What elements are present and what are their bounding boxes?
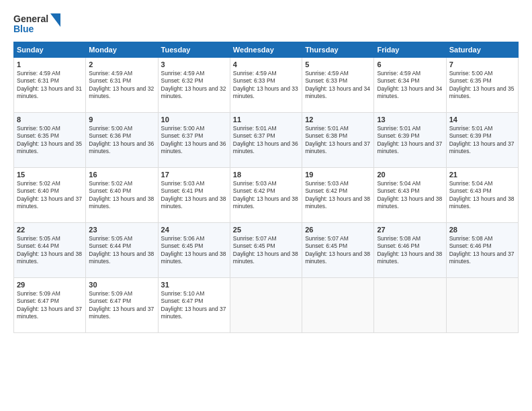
- calendar-cell: 13Sunrise: 5:01 AMSunset: 6:39 PMDayligh…: [374, 113, 446, 168]
- day-info: Sunrise: 4:59 AMSunset: 6:34 PMDaylight:…: [377, 70, 443, 101]
- day-info: Sunrise: 5:04 AMSunset: 6:43 PMDaylight:…: [377, 180, 443, 211]
- calendar-cell: 30Sunrise: 5:09 AMSunset: 6:47 PMDayligh…: [86, 278, 158, 333]
- calendar-cell: 29Sunrise: 5:09 AMSunset: 6:47 PMDayligh…: [14, 278, 86, 333]
- day-number: 23: [89, 226, 154, 234]
- day-info: Sunrise: 5:03 AMSunset: 6:41 PMDaylight:…: [161, 180, 227, 211]
- day-info: Sunrise: 5:01 AMSunset: 6:39 PMDaylight:…: [449, 125, 515, 156]
- calendar-cell: 4Sunrise: 4:59 AMSunset: 6:33 PMDaylight…: [230, 58, 302, 113]
- day-number: 12: [305, 116, 371, 124]
- calendar-cell: 25Sunrise: 5:07 AMSunset: 6:45 PMDayligh…: [230, 223, 302, 278]
- header-cell-tuesday: Tuesday: [158, 42, 230, 58]
- calendar-cell: 22Sunrise: 5:05 AMSunset: 6:44 PMDayligh…: [14, 223, 86, 278]
- logo-svg: GeneralBlue: [13, 12, 60, 36]
- day-info: Sunrise: 5:02 AMSunset: 6:40 PMDaylight:…: [17, 180, 83, 211]
- calendar-cell: 7Sunrise: 5:00 AMSunset: 6:35 PMDaylight…: [446, 58, 518, 113]
- header-cell-friday: Friday: [374, 42, 446, 58]
- day-info: Sunrise: 5:06 AMSunset: 6:45 PMDaylight:…: [161, 235, 227, 266]
- day-info: Sunrise: 5:00 AMSunset: 6:35 PMDaylight:…: [449, 70, 515, 101]
- calendar-cell: 26Sunrise: 5:07 AMSunset: 6:45 PMDayligh…: [302, 223, 374, 278]
- svg-text:Blue: Blue: [13, 24, 34, 34]
- calendar-cell: 19Sunrise: 5:03 AMSunset: 6:42 PMDayligh…: [302, 168, 374, 223]
- day-number: 25: [233, 226, 299, 234]
- week-row-2: 8Sunrise: 5:00 AMSunset: 6:35 PMDaylight…: [14, 113, 519, 168]
- day-info: Sunrise: 5:02 AMSunset: 6:40 PMDaylight:…: [89, 180, 154, 211]
- day-info: Sunrise: 5:00 AMSunset: 6:37 PMDaylight:…: [161, 125, 227, 156]
- calendar-cell: [302, 278, 374, 333]
- calendar-cell: 24Sunrise: 5:06 AMSunset: 6:45 PMDayligh…: [158, 223, 230, 278]
- calendar-cell: 28Sunrise: 5:08 AMSunset: 6:46 PMDayligh…: [446, 223, 518, 278]
- day-number: 10: [161, 116, 227, 124]
- day-info: Sunrise: 5:01 AMSunset: 6:37 PMDaylight:…: [233, 125, 299, 156]
- calendar-cell: 3Sunrise: 4:59 AMSunset: 6:32 PMDaylight…: [158, 58, 230, 113]
- day-number: 4: [233, 60, 299, 68]
- day-info: Sunrise: 4:59 AMSunset: 6:32 PMDaylight:…: [161, 70, 227, 101]
- day-info: Sunrise: 5:03 AMSunset: 6:42 PMDaylight:…: [233, 180, 299, 211]
- header-cell-sunday: Sunday: [14, 42, 86, 58]
- calendar-cell: 2Sunrise: 4:59 AMSunset: 6:31 PMDaylight…: [86, 58, 158, 113]
- svg-marker-2: [50, 13, 60, 27]
- day-info: Sunrise: 5:01 AMSunset: 6:38 PMDaylight:…: [305, 125, 371, 156]
- day-number: 16: [89, 171, 154, 179]
- week-row-3: 15Sunrise: 5:02 AMSunset: 6:40 PMDayligh…: [14, 168, 519, 223]
- day-info: Sunrise: 4:59 AMSunset: 6:31 PMDaylight:…: [17, 70, 83, 101]
- calendar-cell: 15Sunrise: 5:02 AMSunset: 6:40 PMDayligh…: [14, 168, 86, 223]
- day-info: Sunrise: 4:59 AMSunset: 6:31 PMDaylight:…: [89, 70, 154, 101]
- calendar-cell: 27Sunrise: 5:08 AMSunset: 6:46 PMDayligh…: [374, 223, 446, 278]
- day-number: 19: [305, 171, 371, 179]
- day-info: Sunrise: 5:03 AMSunset: 6:42 PMDaylight:…: [305, 180, 371, 211]
- week-row-5: 29Sunrise: 5:09 AMSunset: 6:47 PMDayligh…: [14, 278, 519, 333]
- day-info: Sunrise: 4:59 AMSunset: 6:33 PMDaylight:…: [233, 70, 299, 101]
- day-info: Sunrise: 5:00 AMSunset: 6:35 PMDaylight:…: [17, 125, 83, 156]
- header-cell-saturday: Saturday: [446, 42, 518, 58]
- day-number: 8: [17, 116, 83, 124]
- header-cell-wednesday: Wednesday: [230, 42, 302, 58]
- header-cell-thursday: Thursday: [302, 42, 374, 58]
- day-number: 1: [17, 60, 83, 68]
- calendar-cell: 12Sunrise: 5:01 AMSunset: 6:38 PMDayligh…: [302, 113, 374, 168]
- calendar-cell: 21Sunrise: 5:04 AMSunset: 6:43 PMDayligh…: [446, 168, 518, 223]
- calendar-cell: 16Sunrise: 5:02 AMSunset: 6:40 PMDayligh…: [86, 168, 158, 223]
- calendar-cell: 31Sunrise: 5:10 AMSunset: 6:47 PMDayligh…: [158, 278, 230, 333]
- day-number: 24: [161, 226, 227, 234]
- calendar-cell: 6Sunrise: 4:59 AMSunset: 6:34 PMDaylight…: [374, 58, 446, 113]
- day-info: Sunrise: 5:01 AMSunset: 6:39 PMDaylight:…: [377, 125, 443, 156]
- day-number: 14: [449, 116, 515, 124]
- day-info: Sunrise: 5:08 AMSunset: 6:46 PMDaylight:…: [449, 235, 515, 266]
- calendar-cell: [230, 278, 302, 333]
- day-info: Sunrise: 5:04 AMSunset: 6:43 PMDaylight:…: [449, 180, 515, 211]
- day-number: 27: [377, 226, 443, 234]
- calendar-cell: 10Sunrise: 5:00 AMSunset: 6:37 PMDayligh…: [158, 113, 230, 168]
- page: GeneralBlue SundayMondayTuesdayWednesday…: [0, 0, 532, 411]
- day-number: 20: [377, 171, 443, 179]
- day-info: Sunrise: 5:07 AMSunset: 6:45 PMDaylight:…: [233, 235, 299, 266]
- day-info: Sunrise: 5:05 AMSunset: 6:44 PMDaylight:…: [17, 235, 83, 266]
- calendar-header-row: SundayMondayTuesdayWednesdayThursdayFrid…: [14, 42, 519, 58]
- day-info: Sunrise: 4:59 AMSunset: 6:33 PMDaylight:…: [305, 70, 371, 101]
- week-row-4: 22Sunrise: 5:05 AMSunset: 6:44 PMDayligh…: [14, 223, 519, 278]
- day-info: Sunrise: 5:10 AMSunset: 6:47 PMDaylight:…: [161, 290, 227, 321]
- calendar-table: SundayMondayTuesdayWednesdayThursdayFrid…: [13, 42, 519, 333]
- day-number: 13: [377, 116, 443, 124]
- calendar-cell: [446, 278, 518, 333]
- calendar-cell: 11Sunrise: 5:01 AMSunset: 6:37 PMDayligh…: [230, 113, 302, 168]
- calendar-cell: 1Sunrise: 4:59 AMSunset: 6:31 PMDaylight…: [14, 58, 86, 113]
- day-number: 6: [377, 60, 443, 68]
- header: GeneralBlue: [13, 12, 519, 36]
- calendar-cell: 8Sunrise: 5:00 AMSunset: 6:35 PMDaylight…: [14, 113, 86, 168]
- day-number: 30: [89, 281, 154, 289]
- day-info: Sunrise: 5:08 AMSunset: 6:46 PMDaylight:…: [377, 235, 443, 266]
- calendar-cell: 23Sunrise: 5:05 AMSunset: 6:44 PMDayligh…: [86, 223, 158, 278]
- day-number: 15: [17, 171, 83, 179]
- day-number: 21: [449, 171, 515, 179]
- week-row-1: 1Sunrise: 4:59 AMSunset: 6:31 PMDaylight…: [14, 58, 519, 113]
- day-number: 18: [233, 171, 299, 179]
- calendar-cell: [374, 278, 446, 333]
- calendar-cell: 20Sunrise: 5:04 AMSunset: 6:43 PMDayligh…: [374, 168, 446, 223]
- day-number: 5: [305, 60, 371, 68]
- day-number: 3: [161, 60, 227, 68]
- calendar-cell: 9Sunrise: 5:00 AMSunset: 6:36 PMDaylight…: [86, 113, 158, 168]
- calendar-body: 1Sunrise: 4:59 AMSunset: 6:31 PMDaylight…: [14, 58, 519, 333]
- day-number: 26: [305, 226, 371, 234]
- header-cell-monday: Monday: [86, 42, 158, 58]
- calendar-cell: 17Sunrise: 5:03 AMSunset: 6:41 PMDayligh…: [158, 168, 230, 223]
